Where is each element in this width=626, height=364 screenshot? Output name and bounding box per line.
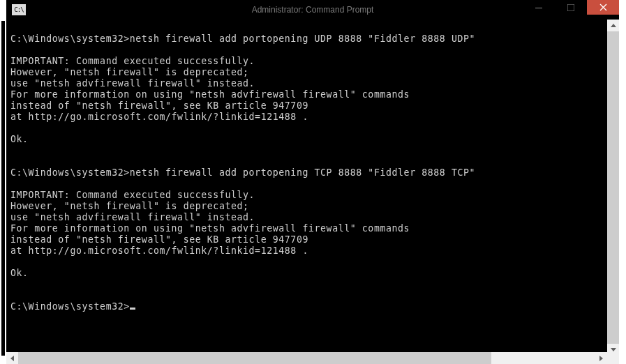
window: C:\ Administrator: Command Prompt C:\Win… (6, 0, 619, 356)
close-button[interactable] (587, 0, 619, 15)
maximize-button[interactable] (555, 0, 587, 15)
vertical-scroll-thumb[interactable] (607, 31, 619, 344)
horizontal-scroll-thumb[interactable] (18, 352, 491, 364)
svg-rect-1 (567, 4, 574, 11)
close-icon (599, 3, 607, 11)
titlebar[interactable]: C:\ Administrator: Command Prompt (6, 0, 619, 20)
vertical-scrollbar[interactable] (607, 20, 619, 356)
window-controls (523, 0, 619, 15)
minimize-button[interactable] (523, 0, 555, 15)
cursor (130, 308, 135, 310)
content-area: C:\Windows\system32>netsh firewall add p… (6, 20, 619, 356)
page-left-edge-fragment (1, 21, 5, 356)
terminal-output[interactable]: C:\Windows\system32>netsh firewall add p… (6, 20, 607, 356)
maximize-icon (567, 4, 574, 11)
vertical-scroll-track[interactable] (607, 31, 619, 344)
minimize-icon (535, 4, 542, 11)
scroll-left-arrow-icon[interactable] (6, 352, 18, 364)
page-left-edge (0, 0, 6, 364)
svg-rect-0 (535, 8, 542, 8)
system-menu-icon[interactable]: C:\ (12, 4, 26, 15)
horizontal-scrollbar[interactable] (6, 352, 619, 364)
scrollbar-corner (607, 352, 619, 364)
horizontal-scroll-track[interactable] (18, 352, 595, 364)
scroll-up-arrow-icon[interactable] (607, 20, 619, 31)
scroll-right-arrow-icon[interactable] (595, 352, 607, 364)
